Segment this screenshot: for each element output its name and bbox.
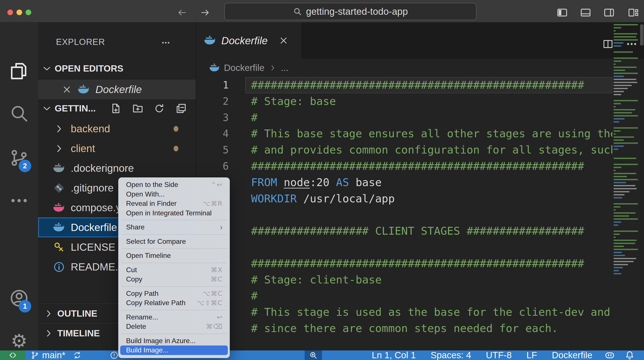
file-label: Dockerfile [71,221,117,233]
navigate-forward-icon[interactable] [200,7,210,18]
split-editor-icon[interactable] [602,38,614,50]
menu-item-build-image-in-azure-[interactable]: Build Image in Azure... [120,336,228,346]
code-line: FROM node:20 AS base [251,174,612,191]
breadcrumb: Dockerfile ... [196,59,644,77]
tree-item-client[interactable]: client [38,139,196,158]
outline-label: OUTLINE [57,308,97,319]
status-item-ln-1-col-1[interactable]: Ln 1, Col 1 [364,350,423,360]
code-line: # This base stage ensures all other stag… [251,126,612,142]
menu-item-shortcut: ⌘X [211,266,222,274]
search-view-icon[interactable] [9,103,30,124]
status-bar: main* Ln 1, Col 1Spaces: 4UTF-8LFDockerf… [0,351,644,360]
more-views-icon[interactable] [9,190,30,211]
git-icon [53,182,65,194]
code-line: ########################################… [251,77,612,93]
menu-item-label: Select for Compare [126,238,222,246]
remote-indicator[interactable] [0,351,26,360]
status-right-items: Ln 1, Col 1Spaces: 4UTF-8LFDockerfile [364,351,644,360]
toggle-secondary-sidebar-icon[interactable] [603,7,615,18]
command-center-search[interactable]: getting-started-todo-app [224,3,476,20]
minimize-window-button[interactable] [16,9,22,15]
open-editors-header[interactable]: OPEN EDITORS [38,61,196,76]
new-folder-icon[interactable] [132,102,144,114]
close-window-button[interactable] [8,9,13,15]
minimap[interactable] [613,24,640,296]
menu-item-label: Open to the Side [126,181,211,189]
menu-item-open-timeline[interactable]: Open Timeline [120,251,228,261]
zoom-window-button[interactable] [26,9,31,15]
menu-item-shortcut: ⌥⇧⌘C [197,299,222,307]
bell-icon[interactable] [620,350,640,360]
chevron-down-icon [41,63,52,74]
menu-item-copy[interactable]: Copy⌘C [120,275,228,284]
code-line: ########################################… [251,158,612,174]
code-editor[interactable]: 1#######################################… [196,77,644,351]
tree-item-backend[interactable]: backend [38,119,196,139]
status-item-spaces-4[interactable]: Spaces: 4 [423,350,478,360]
breadcrumb-file[interactable]: Dockerfile [224,63,264,73]
code-line: WORKDIR /usr/local/app [251,191,612,207]
menu-item-label: Build Image... [126,346,222,354]
menu-item-open-in-integrated-terminal[interactable]: Open in Integrated Terminal [120,208,228,218]
status-item-lf[interactable]: LF [519,350,544,360]
menu-item-shortcut: ⌥⌘R [203,200,222,207]
menu-item-copy-path[interactable]: Copy Path⌥⌘C [120,289,228,298]
refresh-explorer-icon[interactable] [153,102,165,114]
menu-item-reveal-in-finder[interactable]: Reveal in Finder⌥⌘R [120,199,228,208]
menu-item-label: Copy Path [126,290,203,298]
submenu-arrow-icon: › [220,223,222,231]
code-line: # Stage: client-base [251,272,612,288]
menu-item-copy-relative-path[interactable]: Copy Relative Path⌥⇧⌘C [120,298,228,308]
menu-separator [121,331,227,336]
sync-status-item[interactable] [73,351,82,360]
menu-item-share[interactable]: Share› [120,223,228,232]
docker-file-icon [78,83,90,96]
collapse-folders-icon[interactable] [175,102,187,114]
editor-scrollbar[interactable] [640,24,644,45]
chevron-right-icon [53,123,65,135]
settings-gear-icon[interactable]: ⚙ [9,331,30,351]
explorer-icon[interactable] [9,61,30,81]
file-label: backend [71,123,110,135]
open-editor-dockerfile[interactable]: Dockerfile [38,80,196,99]
branch-status-item[interactable]: main* [30,350,65,360]
sync-icon [73,351,82,360]
toggle-primary-sidebar-icon[interactable] [556,7,568,18]
menu-item-build-image-[interactable]: Build Image... [120,346,228,355]
status-item-dockerfile[interactable]: Dockerfile [544,350,600,360]
new-file-icon[interactable] [110,102,122,114]
menu-item-open-with-[interactable]: Open With... [120,190,228,199]
menu-item-delete[interactable]: Delete⌘⌫ [120,322,228,331]
code-line [251,207,612,223]
line-number: 4 [196,126,229,142]
title-bar: getting-started-todo-app [0,0,644,22]
status-item-utf-8[interactable]: UTF-8 [478,350,519,360]
explorer-more-actions-icon[interactable] [160,38,172,47]
tree-item--dockerignore[interactable]: .dockerignore [38,158,196,178]
navigate-back-icon[interactable] [176,7,187,18]
code-line: # Stage: base [251,93,612,109]
file-label: client [71,142,95,154]
customize-layout-icon[interactable] [628,7,639,18]
zoom-status-item[interactable] [305,351,322,360]
menu-separator [121,284,227,289]
git-branch-icon [30,351,40,360]
menu-item-shortcut: ⌘C [211,275,222,283]
open-editors-label: OPEN EDITORS [55,63,124,74]
docker-file-icon [209,62,220,73]
account-badge: 1 [19,300,31,313]
copilot-icon[interactable] [600,350,620,360]
close-tab-icon[interactable] [278,35,289,46]
menu-item-select-for-compare[interactable]: Select for Compare [120,237,228,246]
menu-item-open-to-the-side[interactable]: Open to the Side⌃↩ [120,180,228,190]
scm-badge: 2 [19,160,31,172]
close-editor-icon[interactable] [62,84,72,95]
menu-item-rename-[interactable]: Rename...↩ [120,313,228,322]
menu-item-label: Share [126,223,220,231]
menu-item-cut[interactable]: Cut⌘X [120,265,228,275]
problems-status-item[interactable] [110,351,119,360]
breadcrumb-more[interactable]: ... [281,63,288,73]
menu-separator [121,308,227,313]
tab-dockerfile[interactable]: Dockerfile [196,22,302,59]
toggle-panel-icon[interactable] [580,7,592,18]
